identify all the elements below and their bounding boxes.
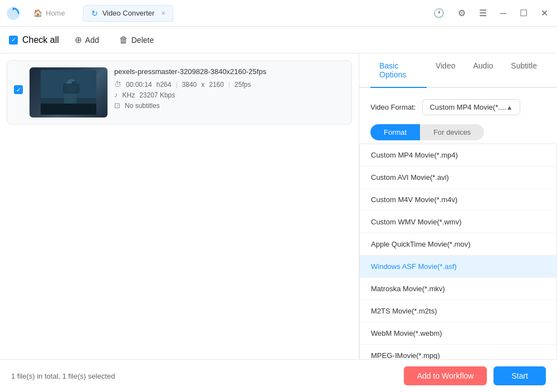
home-nav[interactable]: 🏠 Home xyxy=(29,7,70,19)
title-bar: 🏠 Home ↻ Video Converter × 🕐 ⚙ ☰ ─ ☐ ✕ xyxy=(0,0,557,27)
format-tab-format[interactable]: Format xyxy=(370,124,420,140)
close-tab-button[interactable]: × xyxy=(161,9,165,17)
close-button[interactable]: ✕ xyxy=(539,7,550,19)
file-fps: 25fps xyxy=(234,81,251,89)
add-icon: ⊕ xyxy=(75,35,82,45)
video-meta-icon: ⏱ xyxy=(114,80,121,89)
format-item-mp4[interactable]: Custom MP4 Movie(*.mp4) xyxy=(360,144,556,166)
file-meta-video: ⏱ 00:00:14 h264 | 3840 x 2160 | 25fps xyxy=(114,80,345,89)
delete-icon: 🗑 xyxy=(119,35,128,45)
toolbar: ✓ Check all ⊕ Add 🗑 Delete xyxy=(0,27,557,53)
file-item[interactable]: ✓ xyxy=(7,60,352,125)
settings-icon[interactable]: ⚙ xyxy=(456,7,468,19)
tab-basic-options[interactable]: Basic Options xyxy=(370,53,427,87)
file-meta-audio: ♪ KHz 23207 Kbps xyxy=(114,91,345,99)
clock-icon[interactable]: 🕐 xyxy=(431,7,447,19)
subtitle-meta-icon: ⊡ xyxy=(114,101,120,110)
file-bitrate: 23207 Kbps xyxy=(139,91,175,99)
format-list: Custom MP4 Movie(*.mp4) Custom AVI Movie… xyxy=(359,144,557,359)
window-controls: 🕐 ⚙ ☰ ─ ☐ ✕ xyxy=(431,7,550,19)
tab-video[interactable]: Video xyxy=(427,53,465,87)
file-height: 2160 xyxy=(209,81,224,89)
format-item-asf[interactable]: Windows ASF Movie(*.asf) xyxy=(360,256,556,278)
options-tabs: Basic Options Video Audio Subtitle xyxy=(359,53,557,88)
file-checkbox[interactable]: ✓ xyxy=(14,85,23,94)
format-dropdown[interactable]: Custom MP4 Movie(*.... ▲ xyxy=(422,99,520,115)
status-text: 1 file(s) in total, 1 file(s) selected xyxy=(11,372,115,380)
check-all-label: Check all xyxy=(22,35,59,45)
format-item-m2ts[interactable]: M2TS Movie(*.m2ts) xyxy=(360,300,556,322)
svg-rect-7 xyxy=(41,104,96,115)
format-type-tabs: Format For devices xyxy=(370,124,546,140)
tab-icon: ↻ xyxy=(91,9,98,18)
check-all-checkbox[interactable]: ✓ xyxy=(9,36,18,45)
format-item-wmv[interactable]: Custom WMV Movie(*.wmv) xyxy=(360,211,556,233)
add-button[interactable]: ⊕ Add xyxy=(70,32,104,47)
format-item-mov[interactable]: Apple QuickTime Movie(*.mov) xyxy=(360,233,556,256)
format-item-mpeg1[interactable]: MPEG-ⅠMovie(*.mpg) xyxy=(360,345,556,359)
file-codec: h264 xyxy=(157,81,172,89)
file-duration: 00:00:14 xyxy=(126,81,152,89)
bottom-actions: Add to Workflow Start xyxy=(404,366,546,385)
bottom-bar: 1 file(s) in total, 1 file(s) selected A… xyxy=(0,359,557,392)
format-selected-value: Custom MP4 Movie(*.... xyxy=(429,103,506,111)
tab-subtitle[interactable]: Subtitle xyxy=(502,53,546,87)
video-converter-tab[interactable]: ↻ Video Converter × xyxy=(83,5,174,22)
file-meta: ⏱ 00:00:14 h264 | 3840 x 2160 | 25fps ♪ … xyxy=(114,80,345,110)
format-item-avi[interactable]: Custom AVI Movie(*.avi) xyxy=(360,166,556,189)
file-width: 3840 xyxy=(182,81,197,89)
delete-label: Delete xyxy=(131,36,154,45)
svg-rect-5 xyxy=(63,84,80,94)
tab-audio[interactable]: Audio xyxy=(464,53,502,87)
format-item-mkv[interactable]: Matroska Movie(*.mkv) xyxy=(360,278,556,300)
format-item-m4v[interactable]: Custom M4V Movie(*.m4v) xyxy=(360,189,556,211)
file-info: pexels-pressmaster-3209828-3840x2160-25f… xyxy=(114,67,345,110)
start-button[interactable]: Start xyxy=(494,366,546,385)
file-list-panel: ✓ xyxy=(0,53,359,359)
tab-label: Video Converter xyxy=(102,9,155,17)
format-item-webm[interactable]: WebM Movie(*.webm) xyxy=(360,322,556,345)
home-label: Home xyxy=(46,9,65,17)
main-content: ✓ xyxy=(0,53,557,359)
delete-button[interactable]: 🗑 Delete xyxy=(115,33,158,47)
tab-area: ↻ Video Converter × xyxy=(83,5,431,22)
format-tab-devices[interactable]: For devices xyxy=(420,124,484,140)
maximize-button[interactable]: ☐ xyxy=(517,7,530,19)
file-sample-rate: KHz xyxy=(123,91,135,99)
add-label: Add xyxy=(85,36,99,45)
app-logo xyxy=(7,7,20,20)
file-name: pexels-pressmaster-3209828-3840x2160-25f… xyxy=(114,67,345,76)
menu-icon[interactable]: ☰ xyxy=(477,7,489,19)
right-panel: Basic Options Video Audio Subtitle Video… xyxy=(359,53,557,359)
check-all-button[interactable]: ✓ Check all xyxy=(9,35,59,45)
file-meta-subtitle: ⊡ No subtitles xyxy=(114,101,345,110)
file-thumbnail xyxy=(30,67,108,117)
home-icon: 🏠 xyxy=(33,9,42,17)
format-label: Video Format: xyxy=(370,103,416,111)
file-subtitles: No subtitles xyxy=(125,102,160,110)
options-body: Video Format: Custom MP4 Movie(*.... ▲ F… xyxy=(359,88,557,359)
chevron-up-icon: ▲ xyxy=(506,104,513,111)
format-row: Video Format: Custom MP4 Movie(*.... ▲ xyxy=(370,99,546,115)
add-to-workflow-button[interactable]: Add to Workflow xyxy=(404,366,487,385)
audio-meta-icon: ♪ xyxy=(114,91,118,99)
minimize-button[interactable]: ─ xyxy=(498,7,509,19)
svg-rect-6 xyxy=(72,81,76,86)
